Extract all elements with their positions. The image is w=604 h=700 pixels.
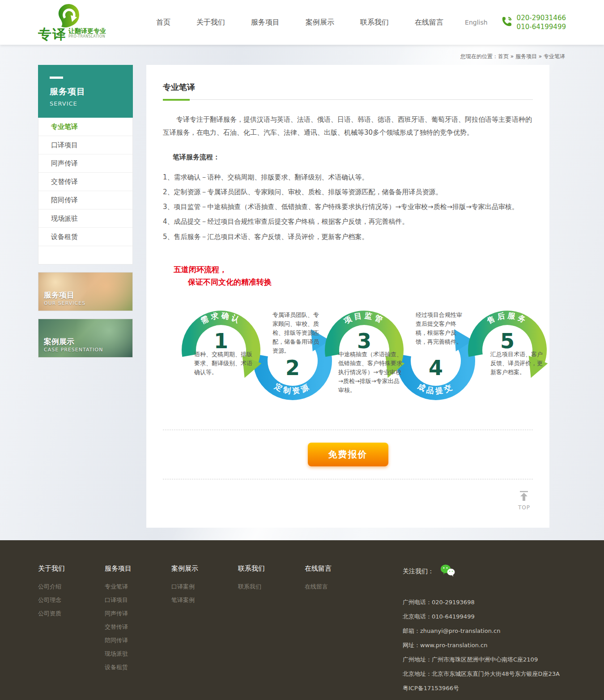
sidebar-subtitle: SERVICE [50,100,121,107]
promo-banner-cases[interactable]: 案例展示 CASE PRESENTATION [38,319,133,358]
sidebar-title: 服务项目 [50,86,121,98]
back-to-top-button[interactable]: TOP [518,491,530,511]
footer-link-consecutive[interactable]: 交替传译 [105,623,171,631]
stage-2-number: 2 [285,356,300,380]
promo-services-title: 服务项目 [44,290,127,300]
footer-link-interpretation-cases[interactable]: 口译案例 [171,583,238,591]
sidebar-dash-decoration [50,77,63,79]
process-step-5: 5、售后服务－汇总项目术语、客户反馈、译员评价，更新客户档案。 [163,231,533,243]
icp-record-number: 粤ICP备17153966号 [403,684,566,692]
red-slogan-line1: 五道闭环流程， [174,263,533,276]
promo-cases-subtitle: CASE PRESENTATION [44,347,127,353]
red-slogan-line2: 保证不同文化的精准转换 [174,276,533,288]
dashed-divider-bottom [163,479,533,479]
follow-us-label: 关注我们： [403,568,434,576]
top-arrow-icon [519,491,529,501]
contact-phone-guangzhou: 广州电话：020-29193698 [403,598,566,606]
process-step-3: 3、项目监管－中途稿抽查（术语抽查、低错抽查、客户特殊要求执行情况等）→专业审校… [163,201,533,213]
footer-col-about-title: 关于我们 [38,564,105,573]
promo-cases-title: 案例展示 [44,337,127,347]
footer-link-escort[interactable]: 陪同传译 [105,636,171,645]
footer-link-contact-us[interactable]: 联系我们 [238,583,305,591]
sidebar-item-escort[interactable]: 陪同传译 [38,191,132,209]
process-title: 笔译服务流程： [163,153,533,162]
dashed-divider-top [163,430,533,430]
footer-link-company-intro[interactable]: 公司介绍 [38,583,105,591]
promo-services-subtitle: OUR SERVICES [44,300,127,306]
footer-link-online-message[interactable]: 在线留言 [305,583,371,591]
process-step-1: 1、需求确认－语种、交稿周期、排版要求、翻译级别、术语确认等。 [163,171,533,183]
stage-1-description: 语种、交稿周期、排版要求、翻译级别、术语确认等。 [194,350,253,377]
footer-col-message-title: 在线留言 [305,564,371,573]
sidebar-item-simultaneous[interactable]: 同声传译 [38,154,132,173]
footer-link-written-translation[interactable]: 专业笔译 [105,583,171,591]
process-step-4: 4、成品提交－经过项目合规性审查后提交客户终稿，根据客户反馈，再完善稿件。 [163,216,533,227]
sidebar-header: 服务项目 SERVICE [38,65,133,118]
sidebar-menu: 专业笔译 口译项目 同声传译 交替传译 陪同传译 现场派驻 设备租赁 [38,118,133,265]
free-quote-button[interactable]: 免费报价 [308,443,388,466]
red-slogan: 五道闭环流程， 保证不同文化的精准转换 [174,263,533,288]
footer-link-simultaneous[interactable]: 同声传译 [105,610,171,618]
contact-email[interactable]: 邮箱：zhuanyi@pro-translation.cn [403,627,566,635]
footer-col-contact-title: 联系我们 [238,564,305,573]
stage-5-description: 汇总项目术语、客户反馈、译员评价，更新客户档案。 [490,350,548,377]
phone-icon [501,16,513,29]
breadcrumb[interactable]: 您现在的位置：首页 » 服务项目 » 专业笔译 [460,53,565,60]
sidebar-item-interpretation[interactable]: 口译项目 [38,136,132,154]
main-nav: 首页 关于我们 服务项目 案例展示 联系我们 在线留言 [143,18,456,27]
stage-4-number: 4 [429,356,443,380]
contact-phone-beijing: 北京电话：010-64199499 [403,613,566,621]
site-footer: 关于我们 公司介绍 公司理念 公司资质 服务项目 专业笔译 口译项目 同声传译 … [0,540,604,700]
stage-4-description: 经过项目合规性审查后提交客户终稿，根据客户反馈，再完善稿件。 [416,311,463,347]
title-underline [163,99,533,101]
phone-number-guangzhou: 020-29031466 [517,13,566,22]
footer-link-written-cases[interactable]: 笔译案例 [171,596,238,604]
footer-col-message: 在线留言 在线留言 [305,564,371,699]
stage-5-number: 5 [500,329,515,353]
sidebar-item-onsite[interactable]: 现场派驻 [38,209,132,228]
footer-col-services: 服务项目 专业笔译 口译项目 同声传译 交替传译 陪同传译 现场派驻 设备租赁 [105,564,171,699]
footer-col-cases-title: 案例展示 [171,564,238,573]
sidebar-item-equipment-rental[interactable]: 设备租赁 [38,228,132,246]
wechat-icon[interactable] [440,564,455,579]
stage-3-description: 中途稿抽查（术语抽查、低错抽查、客户特殊要求执行情况等）→专业审校→质检→排版→… [338,350,403,395]
nav-item-about[interactable]: 关于我们 [196,18,225,27]
language-switch-english[interactable]: English [465,19,488,26]
footer-link-equipment-rental[interactable]: 设备租赁 [105,663,171,671]
stage-3-number: 3 [357,329,371,353]
contact-website[interactable]: 网址：www.pro-translation.cn [403,641,566,649]
contact-address-beijing: 北京地址：北京市东城区东直门外大街48号东方银座D座23A [403,670,566,678]
sidebar: 服务项目 SERVICE 专业笔译 口译项目 同声传译 交替传译 陪同传译 现场… [38,65,133,358]
nav-item-home[interactable]: 首页 [156,18,170,27]
process-steps: 1、需求确认－语种、交稿周期、排版要求、翻译级别、术语确认等。 2、定制资源－专… [163,171,533,243]
footer-link-interpretation[interactable]: 口译项目 [105,596,171,604]
promo-banner-services[interactable]: 服务项目 OUR SERVICES [38,272,133,311]
footer-col-contact: 联系我们 联系我们 [238,564,305,699]
process-flow-diagram: 需求确认 定制资源 项目监管 成品提交 售后服务 1 2 3 4 5 语种、交稿… [181,305,561,418]
header-phone-block: 020-29031466 010-64199499 [501,13,566,32]
stage-2-description: 专属译员团队、专家顾问、审校、质检、排版等资源匹配，储备备用译员资源。 [272,311,320,356]
nav-item-cases[interactable]: 案例展示 [306,18,334,27]
sidebar-item-written-translation[interactable]: 专业笔译 [38,118,132,136]
intro-paragraph: 专译专注于翻译服务，提供汉语与英语、法语、俄语、日语、韩语、德语、西班牙语、葡萄… [163,113,533,140]
logo-subtext: PRO-TRANSLATION [68,34,106,38]
sidebar-item-consecutive[interactable]: 交替传译 [38,173,132,191]
page-title: 专业笔译 [163,82,533,93]
process-step-2: 2、定制资源－专属译员团队、专家顾问、审校、质检、排版等资源匹配，储备备用译员资… [163,186,533,198]
header-phone-numbers: 020-29031466 010-64199499 [517,13,566,32]
top-label: TOP [518,504,530,511]
nav-item-contact[interactable]: 联系我们 [360,18,389,27]
nav-item-services[interactable]: 服务项目 [251,18,280,27]
site-header: 专译 让翻译更专业 PRO-TRANSLATION 首页 关于我们 服务项目 案… [0,0,604,45]
footer-link-company-qualification[interactable]: 公司资质 [38,610,105,618]
footer-contact-block: 关注我们： 广州电话：020-29193698 北京电话：010-6419949… [403,564,566,699]
footer-link-company-philosophy[interactable]: 公司理念 [38,596,105,604]
logo-leaf-icon [57,4,116,30]
site-logo[interactable]: 专译 让翻译更专业 PRO-TRANSLATION [38,4,116,41]
footer-col-cases: 案例展示 口译案例 笔译案例 [171,564,238,699]
nav-item-message[interactable]: 在线留言 [415,18,443,27]
footer-link-onsite[interactable]: 现场派驻 [105,650,171,658]
stage-1-number: 1 [214,329,228,353]
phone-number-beijing: 010-64199499 [517,22,566,31]
footer-col-about: 关于我们 公司介绍 公司理念 公司资质 [38,564,105,699]
